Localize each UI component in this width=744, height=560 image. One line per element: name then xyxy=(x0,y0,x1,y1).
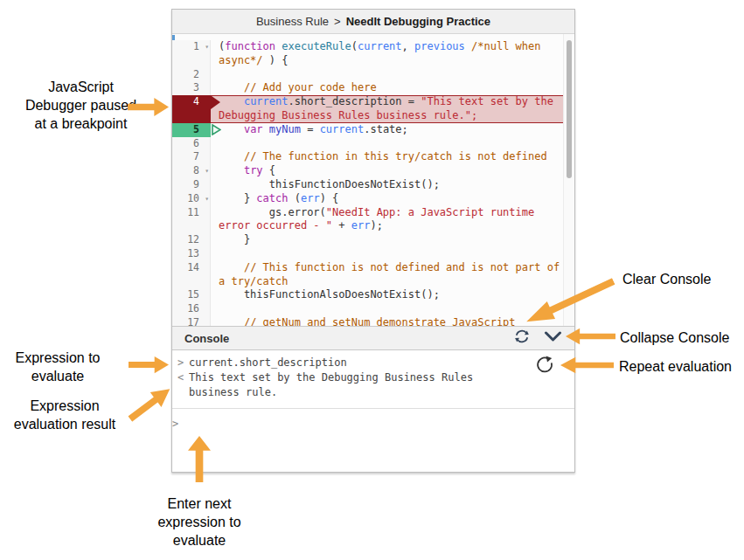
gutter-line-number[interactable]: 1▾ xyxy=(172,40,211,54)
refresh-icon xyxy=(535,365,554,377)
debugger-panel: Business Rule > NeedIt Debugging Practic… xyxy=(171,9,575,473)
editor-scrollbar-thumb[interactable] xyxy=(567,40,572,178)
result-text: business rule. xyxy=(189,385,277,400)
arrow-right-icon xyxy=(129,356,169,374)
gutter-line-number[interactable]: 13 xyxy=(172,247,211,261)
console-result-line: < This text set by the Debugging Busines… xyxy=(172,370,574,385)
annotation-enter-next-expression: Enter next expression to evaluate xyxy=(137,494,261,550)
code-line: 14 // This function is not defined and i… xyxy=(172,261,574,275)
gutter-line-number[interactable]: 3 xyxy=(172,81,211,95)
gutter-line-number[interactable] xyxy=(172,219,211,233)
code-text: // Add your code here xyxy=(211,81,377,95)
code-line: 6 xyxy=(172,137,574,151)
arrow-up-right-icon xyxy=(124,381,176,427)
chevron-down-icon xyxy=(544,330,562,346)
code-line: 12 } xyxy=(172,233,574,247)
gutter-line-number[interactable]: 15 xyxy=(172,288,211,302)
gutter-line-number[interactable]: 17 xyxy=(172,316,211,326)
code-text: } catch (err) { xyxy=(211,192,338,206)
code-text: // The function in this try/catch is not… xyxy=(211,150,547,164)
code-text: a try/catch xyxy=(211,275,288,289)
code-text: Debugging Business Rules business rule."… xyxy=(211,109,477,123)
execution-pointer-icon xyxy=(212,124,221,135)
code-text: var myNum = current.state; xyxy=(211,123,408,137)
console-input[interactable]: > xyxy=(172,409,574,444)
gutter-line-number[interactable]: 2 xyxy=(172,68,211,82)
next-expression-prompt: > xyxy=(172,418,178,430)
code-line: 8▾ try { xyxy=(172,164,574,178)
code-text: (function executeRule(current, previous … xyxy=(211,40,541,54)
annotation-expression-to-evaluate: Expression to evaluate xyxy=(2,349,114,385)
gutter-line-number[interactable]: 12 xyxy=(172,233,211,247)
gutter-line-number[interactable]: 11 xyxy=(172,206,211,220)
gutter-line-number[interactable] xyxy=(172,109,211,123)
fold-arrow-icon[interactable]: ▾ xyxy=(205,41,209,52)
code-line: 9 thisFunctionDoesNotExist(); xyxy=(172,178,574,192)
console-header-icons xyxy=(513,328,562,349)
fold-arrow-icon[interactable]: ▾ xyxy=(205,193,209,204)
result-prompt: < xyxy=(172,370,189,385)
code-line: error occurred - " + err); xyxy=(172,219,574,233)
clear-console-button[interactable] xyxy=(513,328,531,349)
code-line: 15 thisFunctionAlsoDoesNotExist(); xyxy=(172,288,574,302)
gutter-line-number[interactable] xyxy=(172,275,211,289)
gutter-line-number[interactable]: 16 xyxy=(172,302,211,316)
code-line: 5 var myNum = current.state; xyxy=(172,123,574,137)
code-editor[interactable]: 1▾(function executeRule(current, previou… xyxy=(172,34,574,326)
breadcrumb: Business Rule > NeedIt Debugging Practic… xyxy=(172,10,574,34)
code-line: Debugging Business Rules business rule."… xyxy=(172,109,574,123)
gutter-line-number[interactable]: 8▾ xyxy=(172,164,211,178)
code-line: 17 // getNum and setNum demonstrate Java… xyxy=(172,316,574,326)
code-line: 2 xyxy=(172,68,574,82)
annotation-expression-result: Expression evaluation result xyxy=(0,397,129,433)
annotation-repeat-evaluation: Repeat evaluation xyxy=(619,357,732,376)
fold-arrow-icon[interactable]: ▾ xyxy=(205,165,209,176)
console-header: Console xyxy=(172,326,574,350)
gutter-line-number[interactable] xyxy=(172,54,211,68)
code-text: thisFunctionAlsoDoesNotExist(); xyxy=(211,288,440,302)
breadcrumb-separator: > xyxy=(334,15,341,28)
console-title: Console xyxy=(184,332,513,345)
annotation-collapse-console: Collapse Console xyxy=(620,328,729,347)
code-line: 13 xyxy=(172,247,574,261)
page-title: NeedIt Debugging Practice xyxy=(346,15,490,28)
sync-icon xyxy=(513,328,531,349)
gutter-line-number[interactable]: 9 xyxy=(172,178,211,192)
result-text: This text set by the Debugging Business … xyxy=(189,370,473,385)
code-line: 3 // Add your code here xyxy=(172,81,574,95)
code-text xyxy=(211,302,219,316)
arrow-left-icon xyxy=(560,356,614,374)
code-line: 7 // The function in this try/catch is n… xyxy=(172,150,574,164)
breadcrumb-section: Business Rule xyxy=(256,15,329,28)
console-log: > current.short_description < This text … xyxy=(172,350,574,409)
gutter-line-number[interactable]: 5 xyxy=(172,123,211,137)
code-text: current.short_description = "This text s… xyxy=(211,95,553,109)
code-text: // This function is not defined and is n… xyxy=(211,261,560,275)
gutter-line-number[interactable]: 14 xyxy=(172,261,211,275)
code-line: 11 gs.error("NeedIt App: a JavaScript ru… xyxy=(172,206,574,220)
arrow-up-icon xyxy=(188,436,211,482)
code-text xyxy=(211,68,219,82)
console-body: > current.short_description < This text … xyxy=(172,350,574,472)
gutter-line-number[interactable]: 4 xyxy=(172,95,211,109)
code-line: a try/catch xyxy=(172,275,574,289)
code-line: 10▾ } catch (err) { xyxy=(172,192,574,206)
code-text: gs.error("NeedIt App: a JavaScript runti… xyxy=(211,206,534,220)
repeat-evaluation-button[interactable] xyxy=(535,356,554,375)
gutter-line-number[interactable]: 7 xyxy=(172,150,211,164)
code-text: error occurred - " + err); xyxy=(211,219,383,233)
editor-scrollbar[interactable] xyxy=(563,34,574,326)
code-text: try { xyxy=(211,164,275,178)
arrow-right-icon xyxy=(128,97,169,117)
console-expression-line: > current.short_description xyxy=(172,356,574,370)
gutter-line-number[interactable]: 6 xyxy=(172,137,211,151)
code-text: thisFunctionDoesNotExist(); xyxy=(211,178,440,192)
code-line: 16 xyxy=(172,302,574,316)
collapse-console-button[interactable] xyxy=(544,330,562,346)
code-text: } xyxy=(211,233,250,247)
code-text xyxy=(211,247,219,261)
gutter-line-number[interactable]: 10▾ xyxy=(172,192,211,206)
console-result-line: business rule. xyxy=(172,385,574,400)
expression-text: current.short_description xyxy=(189,356,347,370)
code-line: async*/ ) { xyxy=(172,54,574,68)
